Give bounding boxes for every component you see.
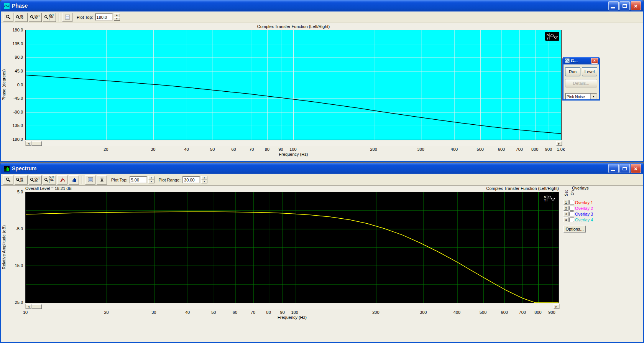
x-tick-label: 800: [534, 310, 541, 315]
y-tick-label: 180.0: [7, 28, 23, 32]
zoom-out-2x-button[interactable]: OUT 2X: [29, 175, 42, 185]
zoom-out-2x-button[interactable]: OUT 2X: [29, 13, 42, 22]
zoom-out-full-button[interactable]: OUT FULL: [43, 175, 56, 185]
zoom-in-2x-button[interactable]: IN 2X: [15, 13, 28, 22]
spectrum-titlebar[interactable]: Spectrum ×: [1, 163, 643, 174]
y-tick-label: 0.0: [7, 82, 23, 87]
overlay-row: 2 Overlay 2: [564, 205, 604, 211]
zoom-button[interactable]: [3, 175, 13, 185]
maximize-button[interactable]: [619, 1, 630, 10]
details-button[interactable]: Details...: [565, 79, 597, 87]
overlay-row: 1 Overlay 1: [564, 200, 604, 205]
autoscale-button[interactable]: [97, 175, 107, 185]
scroll-left-button[interactable]: ◄: [26, 141, 31, 146]
parameters-icon: [88, 177, 93, 182]
zoom-in-2x-button[interactable]: IN 2X: [15, 175, 28, 185]
overlay-on-checkbox[interactable]: [569, 200, 574, 205]
overlay-set-button[interactable]: 3: [564, 211, 568, 216]
x-tick-label: 20: [104, 147, 108, 152]
scroll-right-button[interactable]: ►: [554, 304, 559, 309]
phase-x-axis-label: Frequency (Hz): [25, 152, 562, 157]
peak-curve-icon: [60, 177, 65, 182]
zoom-out-full-button[interactable]: OUT FULL: [43, 13, 56, 22]
spin-down-button[interactable]: ▼: [201, 180, 207, 184]
spectrum-curve: [26, 212, 559, 303]
plot-parameters-button[interactable]: [85, 175, 95, 185]
overlay-on-checkbox[interactable]: [569, 217, 574, 222]
phase-window-icon: [3, 3, 10, 9]
zoom-out-2x-label: OUT 2X: [34, 15, 41, 20]
x-tick-label: 500: [477, 147, 484, 152]
generator-body: Run Level Details... Pink Noise ▼: [564, 64, 599, 99]
overlays-set-header: Set: [564, 190, 568, 196]
overlay-set-button[interactable]: 4: [564, 217, 568, 222]
vertical-range-icon: [100, 177, 104, 183]
spin-up-button[interactable]: ▲: [201, 176, 207, 180]
spin-down-button[interactable]: ▼: [114, 17, 120, 21]
spectrum-x-tick-labels: 1020304050607080901002003004005006007008…: [25, 310, 559, 315]
phase-x-tick-labels: 2030405060708090100200300400500600700800…: [25, 147, 562, 152]
magnifier-icon: [30, 15, 34, 19]
phase-titlebar[interactable]: Phase ×: [1, 0, 643, 12]
plot-top-input[interactable]: [130, 176, 147, 183]
maximize-button[interactable]: [619, 164, 630, 173]
phase-window-controls: ×: [608, 1, 641, 10]
spectrum-plot-area: Overall Level = 18.21 dB Complex Transfe…: [1, 186, 643, 342]
x-tick-label: 600: [501, 310, 508, 315]
scroll-thumb[interactable]: [32, 304, 42, 309]
x-tick-label: 40: [185, 310, 190, 315]
scroll-thumb[interactable]: [32, 141, 42, 146]
zoom-out-full-label: OUT FULL: [49, 176, 55, 183]
bar-display-button[interactable]: [69, 175, 79, 185]
x-tick-label: 60: [231, 147, 236, 152]
x-tick-label: 60: [233, 310, 237, 315]
overlay-row: 3 Overlay 3: [564, 211, 604, 217]
overlay-set-button[interactable]: 1: [564, 200, 568, 205]
level-button[interactable]: Level: [582, 67, 597, 76]
signal-select[interactable]: Pink Noise ▼: [565, 93, 597, 101]
run-button[interactable]: Run: [565, 67, 580, 76]
x-tick-label: 70: [251, 310, 255, 315]
minimize-button[interactable]: [608, 1, 619, 10]
minimize-icon: [611, 170, 615, 171]
generator-titlebar[interactable]: G... ×: [564, 57, 599, 64]
magnifier-icon: [16, 178, 20, 182]
spin-down-button[interactable]: ▼: [148, 180, 154, 184]
chevron-down-icon[interactable]: ▼: [590, 94, 596, 100]
spectrum-h-scrollbar[interactable]: ◄ ►: [25, 304, 560, 309]
overlay-on-checkbox[interactable]: [569, 206, 574, 211]
magnifier-icon: [44, 15, 48, 19]
plot-top-spinner: ▲ ▼: [148, 176, 154, 183]
scroll-track[interactable]: [31, 141, 556, 146]
plot-range-spinner: ▲ ▼: [201, 176, 207, 183]
close-button[interactable]: ×: [591, 58, 598, 64]
plot-range-label: Plot Range:: [159, 178, 181, 182]
spin-up-button[interactable]: ▲: [114, 13, 120, 17]
st-logo: S T: [545, 32, 559, 41]
spectrum-y-axis-label: Relative Amplitude (dB): [1, 192, 7, 303]
peak-display-button[interactable]: [57, 175, 67, 185]
close-button[interactable]: ×: [631, 164, 641, 173]
plot-top-input[interactable]: [95, 13, 113, 21]
zoom-out-2x-label: OUT 2X: [34, 178, 41, 182]
overlays-title: Overlays: [572, 186, 604, 190]
scroll-right-button[interactable]: ►: [556, 141, 562, 146]
phase-h-scrollbar[interactable]: ◄ ►: [25, 141, 562, 146]
plot-parameters-button[interactable]: [62, 13, 72, 22]
x-tick-label: 30: [151, 310, 156, 315]
scroll-left-button[interactable]: ◄: [26, 304, 31, 309]
phase-plot-canvas[interactable]: S T: [25, 30, 562, 140]
spin-up-button[interactable]: ▲: [148, 176, 154, 180]
minimize-button[interactable]: [608, 164, 619, 173]
overlay-on-checkbox[interactable]: [569, 211, 574, 216]
overlay-options-button[interactable]: Options...: [564, 226, 586, 233]
scroll-track[interactable]: [31, 304, 554, 309]
spectrum-plot-canvas[interactable]: S T: [25, 192, 559, 303]
toolbar-separator: [59, 13, 59, 21]
zoom-button[interactable]: [3, 13, 13, 22]
overlay-set-button[interactable]: 2: [564, 206, 568, 211]
x-tick-label: 400: [453, 310, 460, 315]
plot-range-input[interactable]: [182, 176, 200, 183]
phase-toolbar: IN 2X OUT 2X OUT FULL Plot Top: ▲ ▼: [1, 12, 643, 23]
close-button[interactable]: ×: [631, 1, 641, 10]
